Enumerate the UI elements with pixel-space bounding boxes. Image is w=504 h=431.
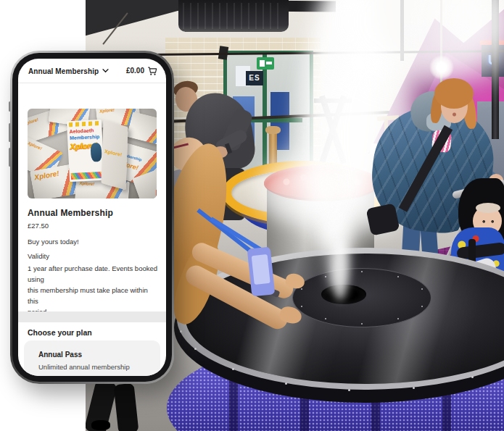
section-divider bbox=[18, 311, 166, 322]
product-selector[interactable]: Annual Membership bbox=[28, 65, 109, 77]
phone-screen: Annual Membership £0.00 Xplore! Xplore! … bbox=[18, 59, 166, 376]
product-image: Xplore! Xplore! Xplore! Xplore! Membersh… bbox=[28, 109, 157, 198]
door-top-sign: ES bbox=[246, 71, 263, 85]
plan-name: Annual Pass bbox=[38, 351, 82, 359]
ceiling-vent bbox=[178, 0, 289, 32]
shop-header: Annual Membership £0.00 bbox=[18, 59, 166, 83]
product-title: Annual Membership bbox=[28, 208, 113, 218]
cart-icon bbox=[147, 66, 157, 76]
chevron-down-icon bbox=[102, 69, 109, 73]
steam-wisp bbox=[332, 239, 348, 301]
product-price: £27.50 bbox=[28, 222, 49, 230]
validity-label: Validity bbox=[28, 252, 49, 260]
page: U ES bbox=[0, 0, 504, 431]
exit-sign bbox=[257, 57, 274, 70]
phone-mockup: Annual Membership £0.00 Xplore! Xplore! … bbox=[10, 51, 174, 384]
cart-total: £0.00 bbox=[126, 67, 144, 75]
product-tagline: Buy yours today! bbox=[28, 238, 79, 246]
phone-bezel: Annual Membership £0.00 Xplore! Xplore! … bbox=[12, 53, 172, 382]
validity-text: 1 year after purchase date. Events booke… bbox=[28, 263, 160, 317]
plan-description: Unlimited annual membership bbox=[38, 363, 130, 371]
black-bag bbox=[365, 203, 400, 235]
plan-card-annual-pass[interactable]: Annual Pass Unlimited annual membership bbox=[24, 340, 160, 376]
plan-section-heading: Choose your plan bbox=[28, 328, 92, 337]
lanyard-badge bbox=[247, 247, 276, 297]
product-selector-label: Annual Membership bbox=[28, 67, 99, 75]
cart-button[interactable]: £0.00 bbox=[126, 64, 157, 77]
